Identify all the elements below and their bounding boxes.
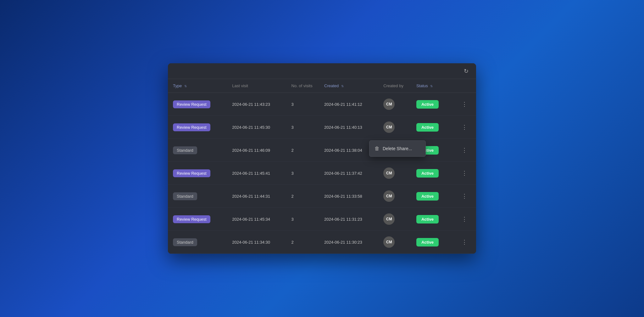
cell-createdby: CM [378,162,411,185]
cell-status: Active [411,162,454,185]
cell-status: Active [411,116,454,139]
avatar: CM [383,99,395,110]
type-badge: Review Request [173,100,210,108]
status-sort-icon: ⇅ [430,84,433,88]
avatar: CM [383,190,395,202]
cell-type: Review Request [168,93,227,116]
cell-actions: ⋮ [454,93,476,116]
cell-visits: 2 [286,185,319,208]
more-options-button[interactable]: ⋮ [459,122,470,132]
main-window: ↻ Type ⇅ Last visit No. of visits C [168,63,476,254]
status-badge: Active [416,238,439,246]
cell-createdby: CM [378,185,411,208]
cell-visits: 3 [286,162,319,185]
avatar: CM [383,122,395,133]
more-options-button[interactable]: ⋮ [459,191,470,201]
cell-type: Review Request [168,208,227,231]
cell-createdby: CM [378,93,411,116]
more-options-button[interactable]: ⋮ [459,214,470,224]
cell-actions: ⋮ [454,231,476,254]
type-badge: Review Request [173,123,210,131]
cell-status: Active [411,185,454,208]
cell-createdby: CM [378,116,411,139]
cell-lastvisit: 2024-06-21 11:45:30 [227,116,286,139]
type-badge: Standard [173,238,197,246]
cell-created: 2024-06-21 11:31:23 [319,208,378,231]
cell-status: Active [411,208,454,231]
cell-actions: ⋮ [454,162,476,185]
col-header-created[interactable]: Created ⇅ [319,79,378,93]
avatar: CM [383,236,395,248]
more-options-button[interactable]: ⋮ [459,99,470,109]
cell-created: 2024-06-21 11:41:12 [319,93,378,116]
status-badge: Active [416,215,439,224]
cell-lastvisit: 2024-06-21 11:34:30 [227,231,286,254]
cell-actions: ⋮ [454,185,476,208]
cell-created: 2024-06-21 11:30:23 [319,231,378,254]
col-header-lastvisit: Last visit [227,79,286,93]
more-options-button[interactable]: ⋮ [459,145,470,155]
table-row: Review Request 2024-06-21 11:43:23 3 202… [168,93,476,116]
cell-createdby: CM [378,231,411,254]
cell-createdby: CM [378,208,411,231]
type-badge: Review Request [173,169,210,177]
cell-lastvisit: 2024-06-21 11:44:31 [227,185,286,208]
cell-created: 2024-06-21 11:33:58 [319,185,378,208]
col-header-actions [454,79,476,93]
refresh-button[interactable]: ↻ [461,66,471,76]
cell-lastvisit: 2024-06-21 11:43:23 [227,93,286,116]
table-row: Review Request 2024-06-21 11:45:34 3 202… [168,208,476,231]
status-badge: Active [416,192,439,201]
cell-visits: 3 [286,208,319,231]
cell-visits: 2 [286,139,319,162]
cell-status: Active [411,93,454,116]
table-container: Type ⇅ Last visit No. of visits Created … [168,79,476,254]
type-badge: Review Request [173,215,210,223]
table-row: Standard 2024-06-21 11:44:31 2 2024-06-2… [168,185,476,208]
cell-actions: ⋮ [454,208,476,231]
more-options-button[interactable]: ⋮ [459,237,470,247]
cell-actions: ⋮ [454,139,476,162]
col-header-type[interactable]: Type ⇅ [168,79,227,93]
type-badge: Standard [173,146,197,154]
cell-visits: 3 [286,116,319,139]
table-row: Review Request 2024-06-21 11:45:41 3 202… [168,162,476,185]
window-header: ↻ [168,63,476,79]
context-menu: 🗑 Delete Share... [369,140,426,157]
avatar: CM [383,213,395,225]
cell-actions: ⋮ [454,116,476,139]
cell-status: Active [411,231,454,254]
cell-lastvisit: 2024-06-21 11:45:41 [227,162,286,185]
col-header-visits: No. of visits [286,79,319,93]
col-header-createdby: Created by [378,79,411,93]
col-header-status[interactable]: Status ⇅ [411,79,454,93]
cell-created: 2024-06-21 11:37:42 [319,162,378,185]
table-row: Standard 2024-06-21 11:46:09 2 2024-06-2… [168,139,476,162]
delete-share-menu-item[interactable]: 🗑 Delete Share... [369,143,425,155]
status-badge: Active [416,169,439,178]
cell-type: Standard [168,139,227,162]
more-options-button[interactable]: ⋮ [459,168,470,178]
cell-type: Standard [168,185,227,208]
cell-lastvisit: 2024-06-21 11:45:34 [227,208,286,231]
avatar: CM [383,167,395,179]
type-badge: Standard [173,192,197,200]
trash-icon: 🗑 [375,146,380,151]
cell-visits: 3 [286,93,319,116]
cell-type: Review Request [168,116,227,139]
table-header-row: Type ⇅ Last visit No. of visits Created … [168,79,476,93]
cell-visits: 2 [286,231,319,254]
cell-type: Review Request [168,162,227,185]
status-badge: Active [416,100,439,109]
type-sort-icon: ⇅ [184,84,187,88]
table-row: Review Request 2024-06-21 11:45:30 3 202… [168,116,476,139]
shares-table: Type ⇅ Last visit No. of visits Created … [168,79,476,254]
cell-type: Standard [168,231,227,254]
cell-created: 2024-06-21 11:40:13 [319,116,378,139]
table-row: Standard 2024-06-21 11:34:30 2 2024-06-2… [168,231,476,254]
cell-lastvisit: 2024-06-21 11:46:09 [227,139,286,162]
created-sort-icon: ⇅ [341,84,344,88]
status-badge: Active [416,123,439,132]
